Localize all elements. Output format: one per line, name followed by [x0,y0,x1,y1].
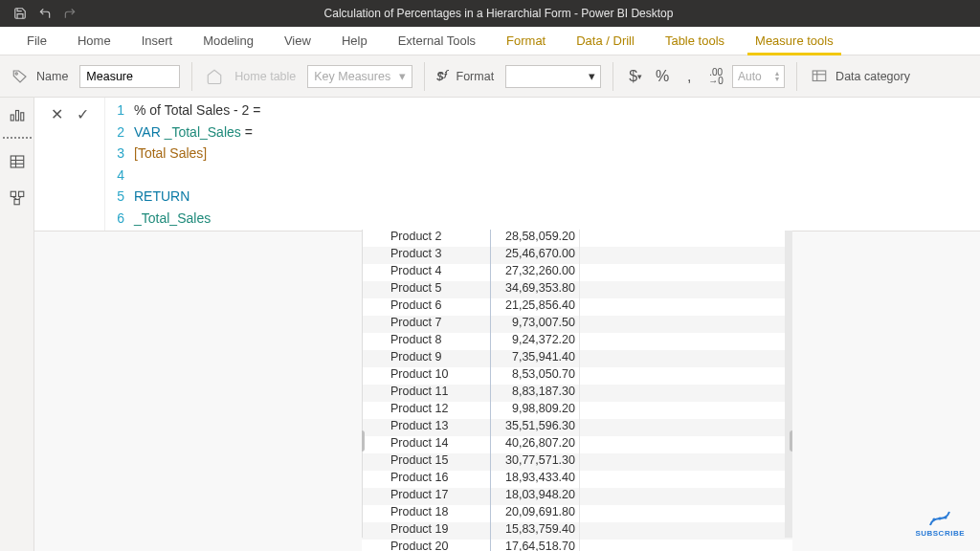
commit-formula-button[interactable]: ✓ [77,105,89,123]
table-row[interactable]: Product 2017,64,518.70 [362,540,792,551]
window-title: Calculation of Percentages in a Hierarch… [82,7,915,20]
table-row[interactable]: Product 97,35,941.40 [362,350,792,367]
product-name-cell: Product 11 [362,385,491,402]
product-name-cell: Product 3 [362,247,491,264]
product-name-cell: Product 7 [362,316,491,333]
report-view-button[interactable] [4,101,31,128]
ribbon-tabs: File Home Insert Modeling View Help Exte… [0,27,980,55]
tag-icon [10,66,31,87]
formula-bar: ✕ ✓ 1% of Total Sales - 2 =2VAR _Total_S… [34,98,980,231]
value-cell: 17,64,518.70 [491,540,580,551]
redo-icon[interactable] [63,7,77,20]
svg-point-0 [15,72,17,74]
cancel-formula-button[interactable]: ✕ [51,105,63,123]
svg-rect-13 [14,200,19,205]
undo-icon[interactable] [38,7,52,20]
tab-file[interactable]: File [11,27,62,55]
value-cell: 40,26,807.20 [491,436,580,453]
product-name-cell: Product 16 [362,471,491,488]
product-name-cell: Product 8 [362,333,491,350]
percent-button[interactable]: % [652,66,673,87]
tab-modeling[interactable]: Modeling [188,27,269,55]
table-row[interactable]: Product 1618,93,433.40 [362,471,792,488]
currency-button[interactable]: $▾ [625,66,646,87]
home-table-dropdown[interactable]: Key Measures ▾ [307,65,412,88]
format-fx-icon: $ʄ [436,69,446,83]
formula-editor[interactable]: 1% of Total Sales - 2 =2VAR _Total_Sales… [105,98,980,231]
table-row[interactable]: Product 1530,77,571.30 [362,453,792,471]
resize-handle-right[interactable] [790,430,792,452]
svg-point-17 [939,517,942,519]
table-row[interactable]: Product 108,53,050.70 [362,367,792,385]
chevron-down-icon: ▾ [399,69,406,83]
decimal-decrease-button[interactable]: .00→0 [705,66,726,87]
tab-view[interactable]: View [269,27,326,55]
value-cell: 18,93,433.40 [491,471,580,488]
value-cell: 21,25,856.40 [491,298,580,316]
product-name-cell: Product 9 [362,350,491,367]
table-row[interactable]: Product 1718,03,948.20 [362,488,792,505]
product-name-cell: Product 4 [362,264,491,281]
data-category-icon [809,66,830,87]
table-row[interactable]: Product 1820,09,691.80 [362,505,792,522]
value-cell: 25,46,670.00 [491,247,580,264]
product-name-cell: Product 19 [362,522,491,540]
tab-format[interactable]: Format [491,27,561,55]
save-icon[interactable] [13,7,27,20]
value-cell: 9,73,007.50 [491,316,580,333]
subscribe-badge: SUBSCRIBE [915,510,965,538]
value-cell: 9,24,372.20 [491,333,580,350]
scrollbar[interactable] [785,231,792,538]
ribbon: Name Home table Key Measures ▾ $ʄ Format… [0,55,980,98]
value-cell: 18,03,948.20 [491,488,580,505]
value-cell: 35,51,596.30 [491,419,580,436]
svg-rect-11 [11,191,15,196]
svg-point-18 [945,516,947,518]
table-row[interactable]: Product 325,46,670.00 [362,247,792,264]
svg-rect-1 [813,71,826,81]
model-view-button[interactable] [4,185,31,211]
measure-name-input[interactable] [79,65,180,88]
data-view-button[interactable] [4,148,31,175]
value-cell: 27,32,260.00 [491,264,580,281]
table-row[interactable]: Product 534,69,353.80 [362,281,792,298]
table-row[interactable]: Product 89,24,372.20 [362,333,792,350]
tab-home[interactable]: Home [62,27,126,55]
value-cell: 8,83,187.30 [491,385,580,402]
resize-handle-left[interactable] [362,430,365,452]
product-name-cell: Product 10 [362,367,491,385]
product-name-cell: Product 6 [362,298,491,316]
product-name-cell: Product 12 [362,402,491,419]
data-table: Product 228,58,059.20Product 325,46,670.… [362,230,792,551]
svg-point-16 [933,518,936,520]
table-row[interactable]: Product 1915,83,759.40 [362,522,792,540]
value-cell: 8,53,050.70 [491,367,580,385]
name-label: Name [36,70,68,83]
tab-measure-tools[interactable]: Measure tools [740,27,849,55]
thousands-separator-button[interactable]: , [679,66,700,87]
table-row[interactable]: Product 427,32,260.00 [362,264,792,281]
table-row[interactable]: Product 129,98,809.20 [362,402,792,419]
tab-data-drill[interactable]: Data / Drill [561,27,650,55]
tab-help[interactable]: Help [326,27,383,55]
table-row[interactable]: Product 621,25,856.40 [362,298,792,316]
svg-rect-12 [18,191,23,196]
svg-rect-7 [11,156,24,167]
decimal-places-input[interactable]: Auto ▴▾ [732,65,785,88]
value-cell: 34,69,353.80 [491,281,580,298]
tab-insert[interactable]: Insert [126,27,189,55]
table-row[interactable]: Product 118,83,187.30 [362,385,792,402]
format-dropdown[interactable]: ▾ [505,65,601,88]
value-cell: 9,98,809.20 [491,402,580,419]
table-row[interactable]: Product 1335,51,596.30 [362,419,792,436]
product-name-cell: Product 2 [362,230,491,247]
home-table-label: Home table [234,70,296,83]
tab-external-tools[interactable]: External Tools [383,27,491,55]
table-row[interactable]: Product 79,73,007.50 [362,316,792,333]
svg-rect-4 [11,115,13,121]
tab-table-tools[interactable]: Table tools [650,27,740,55]
table-row[interactable]: Product 1440,26,807.20 [362,436,792,453]
product-name-cell: Product 14 [362,436,491,453]
table-row[interactable]: Product 228,58,059.20 [362,230,792,247]
product-name-cell: Product 18 [362,505,491,522]
